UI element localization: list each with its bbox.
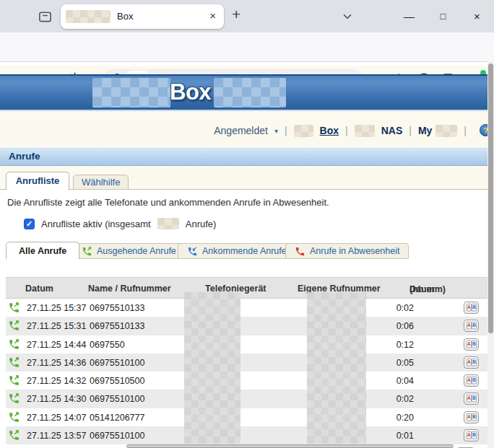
call-duration: 0:20 (363, 413, 414, 423)
svg-text:B: B (472, 396, 476, 401)
outgoing-call-icon (8, 429, 20, 442)
call-duration: 0:12 (363, 340, 414, 350)
add-to-phonebook-button[interactable]: AB (464, 356, 479, 369)
filter-tab-label: Anrufe in Abwesenheit (310, 246, 399, 256)
table-row: 27.11.25 13:57 06975510100 0:01 AB (6, 426, 488, 444)
browser-tab[interactable]: Box × (61, 4, 224, 29)
add-to-phonebook-button[interactable]: AB (464, 429, 479, 442)
page-title-bar: Anrufe (0, 147, 494, 166)
filter-tab-outgoing[interactable]: Ausgehende Anrufe (72, 243, 186, 259)
call-list-active-row: ✓ Anrufliste aktiv (insgesamt Anrufe) (24, 218, 216, 229)
page-top-strip (0, 62, 494, 66)
checkbox-label-before: Anrufliste aktiv (insgesamt (41, 219, 151, 229)
add-to-phonebook-button[interactable]: AB (464, 392, 479, 405)
browser-tab-bar: Box × + — □ × (0, 0, 494, 32)
call-duration: 0:02 (363, 303, 414, 313)
tab-title: Box (117, 11, 133, 22)
outgoing-call-icon (8, 338, 20, 351)
list-all-tabs-icon[interactable] (341, 10, 354, 23)
new-tab-button[interactable]: + (232, 6, 240, 23)
nav-link-box[interactable]: Box (320, 125, 339, 136)
filter-tab-incoming[interactable]: Ankommende Anrufe (178, 243, 296, 259)
top-navigation: Angemeldet ▾ | Box | NAS | My | (0, 123, 477, 139)
window-close-button[interactable]: × (460, 0, 494, 32)
col-header-date: Datum (25, 284, 53, 294)
nav-separator: | (345, 125, 348, 136)
call-duration: 0:04 (363, 376, 414, 386)
vertical-scrollbar-thumb[interactable] (488, 63, 493, 333)
call-date: 27.11.25 14:44 (27, 340, 86, 350)
call-date: 27.11.25 13:57 (27, 431, 86, 441)
vertical-scrollbar-track[interactable] (488, 61, 494, 448)
filter-tab-all-calls[interactable]: Alle Anrufe (6, 242, 79, 259)
outgoing-call-icon (8, 392, 20, 405)
svg-text:A: A (467, 414, 471, 419)
nav-link-my[interactable]: My (418, 125, 432, 136)
table-header: Datum Name / Rufnummer Telefoniegerät Ei… (6, 277, 488, 299)
call-table-body: 27.11.25 15:37 06975510133 0:02 AB 27.11… (6, 299, 488, 444)
add-to-phonebook-button[interactable]: AB (464, 374, 479, 387)
minimize-button[interactable]: — (392, 0, 426, 32)
call-number: 0697550 (90, 340, 125, 350)
call-number: 06975510133 (90, 303, 144, 313)
browser-window: Box × + — □ × (0, 0, 494, 448)
tab-close-icon[interactable]: × (209, 9, 216, 22)
table-row: 27.11.25 14:30 06975510100 0:02 AB (6, 390, 488, 408)
redacted-nav-prefix (294, 125, 313, 137)
svg-text:A: A (467, 433, 471, 438)
redacted-nav-prefix (355, 125, 375, 137)
svg-text:B: B (472, 378, 476, 383)
redacted-call-count (157, 218, 179, 229)
filter-tab-missed[interactable]: Anrufe in Abwesenheit (285, 243, 409, 259)
nav-separator: | (464, 125, 467, 136)
nav-link-nas[interactable]: NAS (381, 125, 403, 136)
call-number: 06975510100 (90, 431, 144, 441)
filter-tab-label: Alle Anrufe (19, 246, 66, 256)
logged-in-menu[interactable]: Angemeldet (214, 125, 268, 136)
table-row: 27.11.25 14:36 06975510100 0:05 AB (6, 353, 488, 372)
firefox-view-icon[interactable] (37, 8, 53, 25)
redacted-tab-title (66, 10, 110, 23)
call-duration: 0:05 (363, 358, 414, 368)
svg-text:B: B (472, 305, 476, 310)
svg-text:A: A (467, 378, 471, 383)
redacted-device-column (184, 292, 240, 444)
call-list-active-checkbox[interactable]: ✓ (24, 219, 35, 229)
window-controls: — □ × (392, 0, 494, 32)
chevron-down-icon[interactable]: ▾ (274, 127, 278, 135)
col-header-name: Name / Rufnummer (88, 284, 171, 294)
content-panel: Die Anrufliste zeigt alle Telefonate und… (0, 189, 494, 448)
redacted-logo-right (214, 78, 286, 107)
brand-logo-text: Box (170, 79, 211, 105)
call-number: 06975510100 (90, 394, 144, 404)
outgoing-call-icon (8, 302, 20, 314)
tab-waehlhilfe[interactable]: Wählhilfe (73, 175, 129, 190)
checkbox-label-after: Anrufe) (186, 219, 217, 229)
table-row: 27.11.25 14:44 0697550 0:12 AB (6, 335, 488, 353)
call-date: 27.11.25 14:30 (27, 394, 86, 404)
table-row: 27.11.25 14:32 06975510500 0:04 AB (6, 372, 488, 390)
page-title: Anrufe (9, 151, 40, 162)
incoming-call-icon (187, 246, 198, 257)
add-to-phonebook-button[interactable]: AB (464, 320, 479, 332)
svg-text:B: B (472, 341, 476, 346)
redacted-nav-suffix (436, 125, 457, 137)
call-date: 27.11.25 14:32 (27, 376, 86, 386)
svg-text:A: A (467, 305, 471, 310)
outgoing-call-icon (8, 374, 20, 387)
call-number: 06975510100 (90, 358, 144, 368)
svg-text:B: B (472, 323, 476, 328)
redacted-own-number-column (307, 292, 366, 444)
svg-text:A: A (467, 323, 471, 328)
add-to-phonebook-button[interactable]: AB (464, 338, 479, 351)
maximize-button[interactable]: □ (426, 0, 460, 32)
add-to-phonebook-button[interactable]: AB (464, 411, 479, 423)
intro-text: Die Anrufliste zeigt alle Telefonate und… (7, 197, 329, 208)
filter-tab-label: Ausgehende Anrufe (97, 246, 176, 256)
missed-call-icon (295, 246, 306, 257)
outgoing-call-icon (8, 356, 20, 369)
add-to-phonebook-button[interactable]: AB (464, 302, 479, 314)
tab-anrufliste[interactable]: Anrufliste (6, 172, 69, 190)
col-header-duration: Dauer(hh:mm) (384, 279, 435, 289)
redacted-logo-left (92, 78, 170, 107)
